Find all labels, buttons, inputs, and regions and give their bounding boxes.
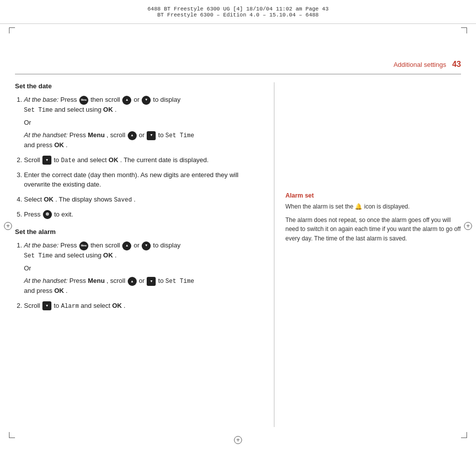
set-date-steps: At the base: Press then scroll or to dis… (15, 95, 264, 219)
right-column: Alarm set When the alarm is set the 🔔 ic… (274, 82, 461, 427)
step1-handset-label: At the handset: (24, 131, 67, 139)
side-mark-left (4, 222, 12, 230)
step1-display-text: to display (153, 96, 181, 103)
step1-press-ok: and press (24, 141, 54, 149)
alarm-set-title: Alarm set (285, 192, 461, 199)
scroll-down-icon (147, 131, 156, 140)
set-date-step-5: Press to exit. (24, 210, 264, 220)
set-date-step-3: Enter the correct date (day then month).… (24, 170, 264, 190)
alarm-arrow-down-icon (142, 241, 151, 250)
step4-ok: OK (44, 196, 54, 203)
alarm-step2-scroll-icon (42, 301, 51, 310)
menu-button-icon (79, 96, 88, 105)
alarm-step1-or-text: or (134, 241, 141, 249)
step3-text: Enter the correct date (day then month).… (24, 171, 238, 189)
end-button-icon (43, 210, 52, 219)
step4-display: . The display shows (55, 196, 114, 203)
step1-base-text: Press (60, 96, 79, 103)
set-date-section: Set the date At the base: Press then scr… (15, 82, 264, 219)
alarm-step1-handset-label: At the handset: (24, 277, 67, 284)
arrow-up-icon (122, 96, 131, 105)
alarm-step2-alarm-mono: Alarm (61, 303, 79, 310)
step1-or-text: or (134, 96, 141, 103)
page-number: 43 (452, 60, 461, 69)
left-column: Set the date At the base: Press then scr… (15, 82, 274, 427)
header-line2: BT Freestyle 6300 – Edition 4.0 – 15.10.… (157, 12, 318, 18)
side-mark-right (464, 222, 472, 230)
alarm-step1-display-text: to display (153, 241, 181, 249)
alarm-step1-set-time-mono: Set Time (24, 252, 53, 259)
alarm-step1-select-text: and select using (54, 251, 103, 259)
alarm-step1-set-time-mono2: Set Time (166, 278, 195, 285)
main-content: Set the date At the base: Press then scr… (15, 82, 461, 427)
alarm-step1-menu-bold: Menu (88, 277, 105, 284)
step1-scroll-text: then scroll (90, 96, 122, 103)
set-date-step-2: Scroll to Date and select OK . The curre… (24, 155, 264, 165)
step2-scroll: Scroll (24, 156, 42, 164)
step1-set-time-mono2: Set Time (166, 132, 195, 139)
set-alarm-steps: At the base: Press then scroll or to dis… (15, 240, 264, 311)
step1-select-text: and select using (54, 106, 103, 113)
alarm-step1-or: Or (24, 263, 264, 273)
alarm-step1-period1: . (115, 251, 117, 259)
alarm-step1-handset-text: Press (69, 277, 88, 284)
corner-mark-tl (9, 27, 15, 33)
step1-scroll2: , scroll (107, 131, 127, 139)
alarm-step1-or2: or (139, 277, 146, 284)
step2-scroll-icon (42, 156, 51, 165)
alarm-step2-to: to (54, 302, 61, 309)
set-date-step-1: At the base: Press then scroll or to dis… (24, 95, 264, 150)
step5-press: Press (24, 211, 42, 218)
step2-select: and select (77, 156, 109, 164)
alarm-scroll-down-icon (147, 277, 156, 286)
section-header: Additional settings 43 (0, 60, 461, 69)
step5-exit: to exit. (54, 211, 73, 218)
corner-mark-tr (461, 27, 467, 33)
alarm-step1-press-ok: and press (24, 287, 54, 294)
step1-menu-bold: Menu (88, 131, 105, 139)
header-line1: 6488 BT Freestyle 6300 UG [4] 18/10/04 1… (147, 6, 328, 12)
bottom-center-mark (234, 436, 242, 444)
set-alarm-title: Set the alarm (15, 228, 264, 235)
section-title: Additional settings (394, 61, 447, 68)
step1-handset-text: Press (69, 131, 88, 139)
corner-mark-br (461, 432, 467, 438)
step2-date-mono: Date (61, 157, 75, 164)
alarm-arrow-up-icon (122, 241, 131, 250)
corner-mark-bl (9, 432, 15, 438)
step4-period: . (134, 196, 136, 203)
step1-period2: . (66, 141, 68, 149)
step1-base-label: At the base: (24, 96, 58, 103)
set-alarm-step-2: Scroll to Alarm and select OK . (24, 301, 264, 311)
step2-suffix: . The current date is displayed. (120, 156, 209, 164)
step1-set-time-mono: Set Time (24, 107, 53, 114)
step1-ok1: OK (103, 106, 113, 113)
step1-or2: or (139, 131, 146, 139)
alarm-menu-button-icon (79, 241, 88, 250)
set-date-title: Set the date (15, 82, 264, 90)
alarm-step2-scroll: Scroll (24, 302, 42, 309)
alarm-scroll-up-icon: ▲ (128, 277, 137, 286)
set-alarm-section: Set the alarm At the base: Press then sc… (15, 228, 264, 311)
alarm-step1-to-mono: to (158, 277, 165, 284)
step4-select: Select (24, 196, 44, 203)
step2-to: to (54, 156, 61, 164)
step4-saved-mono: Saved (114, 197, 132, 204)
scroll-up-icon: ▲ (128, 131, 137, 140)
step2-ok: OK (109, 156, 119, 164)
alarm-set-para2: The alarm does not repeat, so once the a… (285, 216, 461, 243)
step1-or: Or (24, 118, 264, 128)
page-header: 6488 BT Freestyle 6300 UG [4] 18/10/04 1… (0, 0, 476, 24)
alarm-step1-ok1: OK (103, 251, 113, 259)
step1-ok2: OK (54, 141, 64, 149)
alarm-step1-base-label: At the base: (24, 241, 58, 249)
step1-to-mono: to (158, 131, 165, 139)
arrow-down-icon (142, 96, 151, 105)
alarm-step2-period: . (124, 302, 126, 309)
alarm-step1-base-text: Press (60, 241, 79, 249)
set-alarm-step-1: At the base: Press then scroll or to dis… (24, 240, 264, 296)
alarm-step1-ok2: OK (54, 287, 64, 294)
step1-period1: . (115, 106, 117, 113)
alarm-step1-period2: . (66, 287, 68, 294)
set-date-step-4: Select OK . The display shows Saved . (24, 195, 264, 205)
